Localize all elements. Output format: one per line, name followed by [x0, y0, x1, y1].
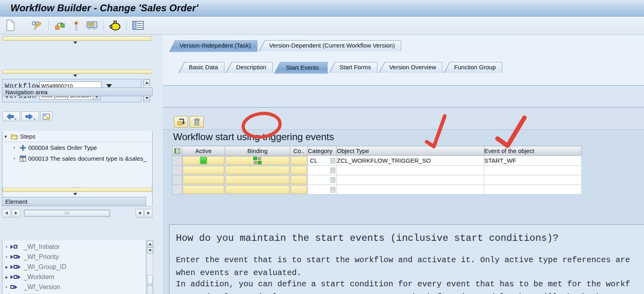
- help-paragraph-1: Enter the event that is to start the wor…: [176, 254, 630, 280]
- title-bar: Workflow Builder - Change 'Sales Order': [0, 0, 644, 17]
- element-item[interactable]: _Wf_Version: [2, 282, 146, 292]
- event-cell[interactable]: [484, 175, 582, 185]
- forward-button[interactable]: [21, 112, 39, 121]
- element-list-scrollbar[interactable]: [147, 240, 153, 294]
- toolbar-separator: [126, 20, 127, 31]
- object-type-cell[interactable]: [337, 175, 484, 185]
- element-item[interactable]: _Wi_Group_ID: [2, 262, 146, 272]
- active-toggle-icon[interactable]: [200, 157, 207, 164]
- col-header-object-type[interactable]: Object Type: [337, 146, 484, 156]
- col-header-binding[interactable]: Binding: [225, 146, 290, 156]
- tree-node-step-000004[interactable]: 000004 Sales Order Type: [2, 142, 152, 153]
- scroll-down-button[interactable]: [147, 247, 153, 254]
- condition-cell[interactable]: [290, 156, 308, 166]
- insert-line-button[interactable]: [174, 116, 188, 128]
- collapse-caret-icon[interactable]: [73, 193, 77, 195]
- tree-node-steps[interactable]: Steps: [2, 131, 152, 142]
- start-condition-button[interactable]: [109, 19, 122, 32]
- event-cell[interactable]: [484, 166, 582, 175]
- events-toolbar: [163, 108, 644, 130]
- table-select-all-header[interactable]: [173, 146, 182, 156]
- tab-start-events[interactable]: Start Events: [274, 62, 328, 74]
- element-item[interactable]: _Wf_Initiator: [2, 242, 146, 252]
- row-selector[interactable]: [173, 156, 182, 166]
- scroll-up-button[interactable]: [147, 241, 153, 247]
- col-header-active[interactable]: Active: [182, 146, 225, 156]
- workflow-frames-button[interactable]: [40, 112, 52, 121]
- active-cell[interactable]: [182, 175, 225, 185]
- collapse-toggle-icon[interactable]: [2, 134, 9, 139]
- workflow-graphic-button[interactable]: [54, 19, 66, 32]
- tab-version-overview[interactable]: Version Overview: [379, 62, 443, 73]
- display-change-button[interactable]: [31, 19, 43, 32]
- insert-line-icon: [177, 118, 185, 126]
- new-document-button[interactable]: [4, 19, 17, 32]
- object-type-cell[interactable]: [337, 185, 484, 195]
- category-cell[interactable]: [308, 175, 337, 185]
- condition-cell[interactable]: [290, 175, 308, 185]
- object-type-cell[interactable]: ZCL_WORKFLOW_TRIGGER_SO: [337, 156, 484, 166]
- value-help-icon[interactable]: [330, 177, 335, 183]
- tab-function-group[interactable]: Function Group: [444, 62, 502, 73]
- col-header-category[interactable]: Category: [308, 146, 337, 156]
- row-selector[interactable]: [173, 185, 182, 195]
- collapse-caret-icon[interactable]: [73, 41, 77, 44]
- scroll-left-button[interactable]: [2, 209, 11, 217]
- scrollbar-track[interactable]: [24, 209, 110, 217]
- element-item[interactable]: _Wf_Priority: [2, 252, 146, 262]
- tab-description[interactable]: Description: [226, 62, 273, 73]
- condition-cell[interactable]: [290, 166, 308, 175]
- scroll-right-button[interactable]: [12, 209, 21, 217]
- collapsed-tray-strip[interactable]: [2, 70, 152, 74]
- category-cell[interactable]: [308, 185, 337, 195]
- navigation-buttons: [2, 112, 52, 121]
- scrollbar-thumb[interactable]: [147, 275, 153, 294]
- workflow-graphic-icon: [54, 20, 66, 31]
- tab-start-forms[interactable]: Start Forms: [329, 62, 377, 73]
- active-cell[interactable]: [182, 166, 225, 175]
- col-header-event[interactable]: Event of the object: [484, 146, 582, 156]
- row-selector[interactable]: [173, 175, 182, 185]
- folder-icon: [10, 133, 19, 140]
- pane-scroll-right-button[interactable]: [144, 209, 153, 217]
- element-item[interactable]: _Predecessor_Wi: [2, 292, 146, 294]
- table-row: [173, 166, 582, 175]
- tree-node-step-000013[interactable]: 000013 The sales document type is &sales…: [2, 153, 152, 164]
- tab-basic-data[interactable]: Basic Data: [178, 62, 225, 73]
- tab-version-independent[interactable]: Version-INdepedent (Task): [169, 40, 258, 52]
- table-row: CL ZCL_WORKFLOW_TRIGGER_SO START_WF: [173, 156, 582, 166]
- collapsed-tray-strip[interactable]: [2, 37, 152, 41]
- condition-cell[interactable]: [290, 185, 308, 195]
- active-cell[interactable]: [182, 156, 225, 166]
- collapsed-tray-strip[interactable]: [2, 188, 152, 192]
- row-selector[interactable]: [173, 166, 182, 175]
- value-help-icon[interactable]: [330, 187, 335, 193]
- workbench-button[interactable]: [86, 19, 99, 32]
- object-type-cell[interactable]: [337, 166, 484, 175]
- test-workflow-button[interactable]: [70, 19, 83, 32]
- category-cell[interactable]: CL: [308, 156, 337, 166]
- col-header-co[interactable]: Co..: [290, 146, 308, 156]
- scrollbar-thumb[interactable]: [25, 210, 109, 216]
- table-view-button[interactable]: [132, 19, 144, 32]
- expander-icon[interactable]: [4, 264, 9, 270]
- binding-cell[interactable]: [225, 185, 290, 195]
- binding-cell[interactable]: [225, 166, 290, 175]
- value-help-icon[interactable]: [330, 168, 335, 173]
- parameter-import-export-icon: [10, 275, 23, 279]
- version-tabstrip: Version-INdepedent (Task) Version-Depend…: [169, 40, 401, 52]
- tab-version-dependent[interactable]: Version-Dependent (Current Workflow Vers…: [259, 40, 401, 51]
- expander-icon[interactable]: [4, 274, 9, 280]
- active-cell[interactable]: [182, 185, 225, 195]
- collapse-caret-icon[interactable]: [73, 75, 77, 77]
- element-item[interactable]: _Workitem: [2, 272, 146, 282]
- value-help-icon[interactable]: [330, 158, 335, 164]
- binding-cell[interactable]: [225, 175, 290, 185]
- binding-cell[interactable]: [225, 156, 290, 166]
- pane-scroll-left-button[interactable]: [136, 209, 144, 217]
- event-cell[interactable]: [484, 185, 582, 195]
- delete-line-button[interactable]: [190, 116, 204, 128]
- back-button[interactable]: [2, 112, 20, 121]
- event-cell[interactable]: START_WF: [484, 156, 582, 166]
- category-cell[interactable]: [308, 166, 337, 175]
